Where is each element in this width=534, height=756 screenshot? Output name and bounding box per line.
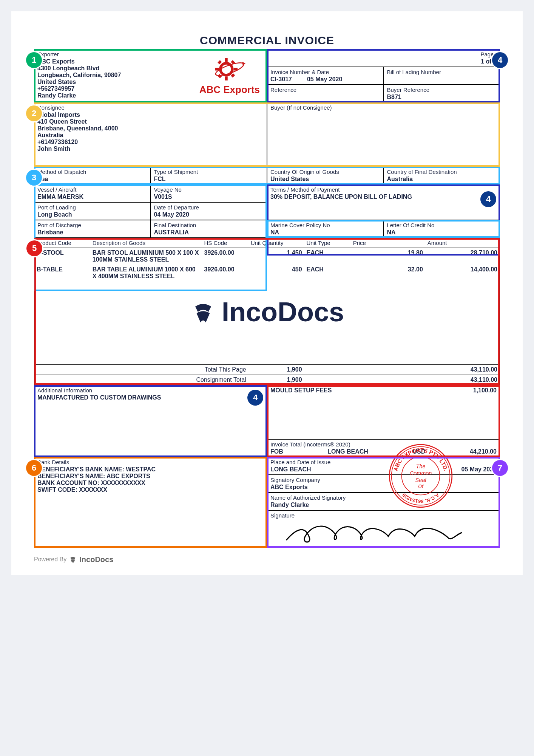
departure-label: Date of Departure	[154, 204, 264, 211]
badge-5: 5	[26, 240, 42, 256]
cell-hs: 3926.00.00	[202, 248, 248, 265]
dispatch-box: Method of Dispatch Sea	[34, 167, 151, 184]
cell-code: B-STOOL	[34, 248, 90, 265]
port-loading-label: Port of Loading	[37, 204, 147, 211]
reference-box: Reference	[267, 85, 384, 102]
powered-by: Powered By IncoDocs	[34, 555, 500, 564]
th-qty: Unit Quantity	[248, 238, 304, 248]
marine-box: Marine Cover Policy No NA	[267, 220, 384, 238]
extras-value: 1,100.00	[473, 387, 497, 394]
consignment-amount: 43,110.00	[425, 375, 500, 385]
final-dest-country-value: Australia	[387, 176, 497, 183]
origin-box: Country Of Origin of Goods United States	[267, 167, 384, 184]
total-page-qty: 1,900	[248, 364, 304, 375]
bol-label: Bill of Lading Number	[387, 69, 497, 75]
consignee-box: Consignee Global Imports 410 Queen Stree…	[34, 102, 267, 167]
bank-line4: SWIFT CODE: XXXXXXX	[37, 486, 264, 493]
products-table: Product Code Description of Goods HS Cod…	[34, 238, 500, 385]
final-dest-country-label: Country of Final Destination	[387, 169, 497, 175]
total-page-label: Total This Page	[34, 364, 248, 375]
invoice-total-box: Invoice Total (Incoterms® 2020) FOB LONG…	[267, 439, 500, 457]
cell-type: EACH	[304, 248, 351, 265]
consignee-addr1: 410 Queen Street	[37, 118, 264, 125]
additional-label: Additional Information	[37, 387, 264, 393]
bank-box: Bank Details BENEFICIARY'S BANK NAME: WE…	[34, 457, 267, 548]
exporter-box: Exporter ABC Exports 4300 Longbeach Blvd…	[34, 49, 267, 102]
cell-qty: 450	[248, 265, 304, 281]
th-desc: Description of Goods	[90, 238, 202, 248]
exporter-logo-text: ABC Exports	[199, 84, 260, 96]
dispatch-value: Sea	[37, 176, 147, 183]
svg-rect-7	[218, 74, 222, 78]
watermark: IncoDocs	[190, 296, 344, 327]
cell-price: 32.00	[351, 265, 425, 281]
invoice-number-box: Invoice Number & Date CI-3017 05 May 202…	[267, 67, 384, 85]
consignment-qty: 1,900	[248, 375, 304, 385]
invoice-total-amount: 44,210.00	[470, 448, 497, 455]
badge-3: 3	[26, 170, 42, 186]
consignee-addr2: Brisbane, Queensland, 4000	[37, 125, 264, 132]
badge-4c: 4	[247, 390, 263, 406]
th-price: Price	[351, 238, 425, 248]
reference-label: Reference	[270, 87, 380, 93]
additional-info-box: Additional Information MANUFACTURED TO C…	[34, 385, 267, 457]
pages-box: Pages 1 of 1	[267, 49, 500, 67]
th-type: Unit Type	[304, 238, 351, 248]
dispatch-label: Method of Dispatch	[37, 169, 147, 175]
cell-amount: 14,400.00	[425, 265, 500, 281]
port-discharge-box: Port of Discharge Brisbane	[34, 220, 151, 238]
sig-company-box: Signatory Company ABC Exports	[267, 475, 500, 493]
table-row: B-TABLE BAR TABLE ALUMINIUM 1000 X 600 X…	[34, 265, 500, 281]
watermark-text: IncoDocs	[222, 296, 344, 327]
final-dest-country-box: Country of Final Destination Australia	[384, 167, 500, 184]
exporter-phone: +5627349957	[37, 85, 196, 92]
invoice-label: Invoice Number & Date	[270, 69, 380, 75]
final-dest-label: Final Destination	[154, 222, 264, 228]
issue-place: LONG BEACH	[270, 466, 311, 473]
exporter-addr1: 4300 Longbeach Blvd	[37, 65, 196, 72]
consignment-row: Consignment Total 1,900 43,110.00	[34, 375, 500, 385]
loc-value: NA	[387, 229, 497, 236]
badge-4b: 4	[480, 191, 496, 207]
bank-line2: BENEFICIARY'S NAME: ABC EXPORTS	[37, 473, 264, 480]
extras-label: MOULD SETUP FEES	[270, 387, 332, 394]
badge-6: 6	[26, 460, 42, 476]
svg-rect-2	[225, 76, 228, 81]
additional-value: MANUFACTURED TO CUSTOM DRAWINGS	[37, 394, 264, 401]
cell-desc: BAR STOOL ALUMINIUM 500 X 100 X 100MM ST…	[90, 248, 202, 265]
shipment-type-box: Type of Shipment FCL	[151, 167, 267, 184]
marine-label: Marine Cover Policy No	[270, 222, 380, 228]
consignee-contact: John Smith	[37, 146, 264, 152]
table-row: B-STOOL BAR STOOL ALUMINIUM 500 X 100 X …	[34, 248, 500, 265]
bank-line1: BENEFICIARY'S BANK NAME: WESTPAC	[37, 466, 264, 473]
sig-name-label: Name of Authorized Signatory	[270, 494, 497, 501]
th-hs: HS Code	[202, 238, 248, 248]
page-title: COMMERCIAL INVOICE	[34, 34, 500, 47]
exporter-country: United States	[37, 79, 196, 85]
th-code: Product Code	[34, 238, 90, 248]
badge-2: 2	[26, 105, 42, 121]
departure-value: 04 May 2020	[154, 211, 264, 218]
powered-prefix: Powered By	[34, 556, 66, 563]
cell-code: B-TABLE	[34, 265, 90, 281]
incodocs-icon	[190, 299, 216, 325]
seal-line4: Of	[418, 484, 424, 489]
voyage-value: V001S	[154, 194, 264, 200]
consignment-label: Consignment Total	[34, 375, 248, 385]
badge-4a: 4	[492, 52, 508, 68]
marine-value: NA	[270, 229, 380, 236]
table-header-row: Product Code Description of Goods HS Cod…	[34, 238, 500, 248]
sig-name-value: Randy Clarke	[270, 502, 497, 508]
port-loading-value: Long Beach	[37, 211, 147, 218]
bank-label: Bank Details	[37, 459, 264, 465]
terms-label: Terms / Method of Payment	[270, 186, 497, 193]
consignee-country: Australia	[37, 132, 264, 139]
port-discharge-label: Port of Discharge	[37, 222, 147, 228]
powered-brand: IncoDocs	[79, 555, 113, 564]
cell-hs: 3926.00.00	[202, 265, 248, 281]
exporter-contact: Randy Clarke	[37, 92, 196, 99]
consignee-phone: +61497336120	[37, 139, 264, 146]
departure-box: Date of Departure 04 May 2020	[151, 202, 267, 220]
total-page-amount: 43,110.00	[425, 364, 500, 375]
signature-box: Signature	[267, 510, 500, 548]
